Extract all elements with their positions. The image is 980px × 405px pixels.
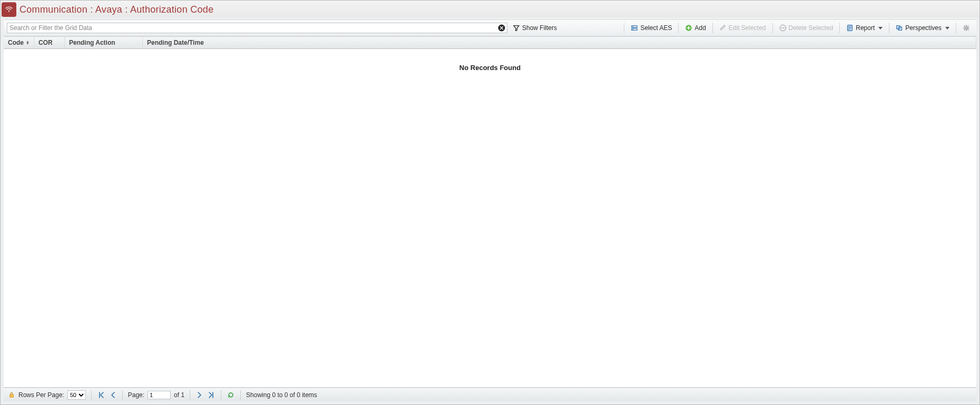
delete-selected-button[interactable]: Delete Selected xyxy=(776,22,837,34)
svg-point-5 xyxy=(633,29,634,30)
column-label: Pending Action xyxy=(69,39,115,46)
svg-point-0 xyxy=(8,11,9,12)
column-label: Code xyxy=(8,39,24,46)
prev-page-button[interactable] xyxy=(109,391,117,399)
sort-icon: ▲▼ xyxy=(26,41,30,45)
server-icon xyxy=(631,24,638,32)
lock-icon xyxy=(8,391,15,399)
delete-selected-label: Delete Selected xyxy=(789,24,834,32)
add-button[interactable]: Add xyxy=(682,22,709,34)
no-records-message: No Records Found xyxy=(459,64,521,72)
select-aes-label: Select AES xyxy=(640,24,672,32)
svg-rect-12 xyxy=(10,394,14,397)
next-page-button[interactable] xyxy=(195,391,204,399)
pager: Rows Per Page: 50 Page: of 1 Showing 0 t… xyxy=(4,388,976,401)
svg-rect-2 xyxy=(632,26,638,28)
chevron-down-icon xyxy=(945,27,949,29)
report-button[interactable]: Report xyxy=(843,22,886,34)
select-aes-button[interactable]: Select AES xyxy=(628,22,675,34)
column-label: COR xyxy=(38,39,53,46)
edit-selected-button[interactable]: Edit Selected xyxy=(716,22,769,34)
titlebar: Communication : Avaya : Authorization Co… xyxy=(1,1,979,17)
report-label: Report xyxy=(856,24,875,32)
column-label: Pending Date/Time xyxy=(147,39,204,46)
first-page-button[interactable] xyxy=(97,391,105,399)
settings-button[interactable] xyxy=(959,22,973,34)
rows-per-page-select[interactable]: 50 xyxy=(67,390,86,400)
funnel-icon xyxy=(513,24,520,32)
perspectives-label: Perspectives xyxy=(905,24,942,32)
refresh-button[interactable] xyxy=(227,391,235,399)
chevron-down-icon xyxy=(878,27,883,29)
grid-header: Code ▲▼ COR Pending Action Pending Date/… xyxy=(4,36,976,49)
app-logo-icon xyxy=(2,2,16,17)
column-header-pending-action[interactable]: Pending Action xyxy=(65,37,143,48)
page-of-label: of 1 xyxy=(174,391,184,399)
search-input[interactable] xyxy=(7,23,507,33)
pager-summary: Showing 0 to 0 of 0 items xyxy=(246,391,317,399)
gear-icon xyxy=(963,24,970,32)
column-header-cor[interactable]: COR xyxy=(34,37,65,48)
add-label: Add xyxy=(694,24,705,32)
page-title: Communication : Avaya : Authorization Co… xyxy=(19,4,213,15)
perspectives-icon xyxy=(896,24,903,32)
toolbar: Show Filters Select AES Add Edit Selecte… xyxy=(4,19,976,36)
pencil-icon xyxy=(719,24,727,32)
show-filters-label: Show Filters xyxy=(522,24,557,32)
plus-circle-icon xyxy=(685,24,692,32)
column-header-pending-date[interactable]: Pending Date/Time xyxy=(143,37,976,48)
last-page-button[interactable] xyxy=(207,391,215,399)
svg-rect-3 xyxy=(632,28,638,31)
svg-point-4 xyxy=(633,26,634,27)
report-icon xyxy=(846,24,854,32)
rows-per-page-label: Rows Per Page: xyxy=(18,391,64,399)
svg-point-11 xyxy=(965,27,967,29)
grid-body: No Records Found xyxy=(4,49,976,388)
clear-search-icon[interactable] xyxy=(497,24,506,32)
edit-selected-label: Edit Selected xyxy=(729,24,766,32)
show-filters-button[interactable]: Show Filters xyxy=(509,22,560,34)
minus-circle-icon xyxy=(779,24,787,32)
perspectives-button[interactable]: Perspectives xyxy=(893,22,953,34)
column-header-code[interactable]: Code ▲▼ xyxy=(4,37,34,48)
page-input[interactable] xyxy=(148,391,171,399)
page-label: Page: xyxy=(128,391,144,399)
